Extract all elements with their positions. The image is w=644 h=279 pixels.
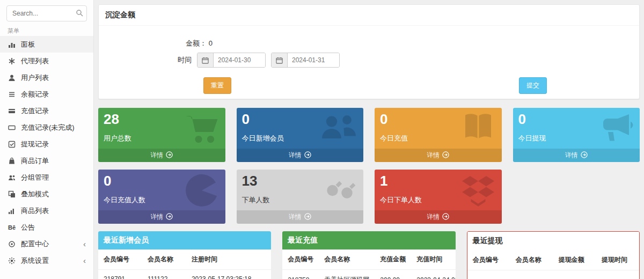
sidebar-item-withdraw-records[interactable]: 提现记录 xyxy=(0,136,93,152)
circle-arrow-icon xyxy=(304,151,311,160)
sidebar-item-announcement[interactable]: Bē 公告 xyxy=(0,219,93,236)
amount-row: 金额： 0 xyxy=(186,39,213,48)
empty-grid-cell xyxy=(513,170,640,224)
column-header: 会员编号 xyxy=(282,249,319,270)
panel-title: 最近新增会员 xyxy=(98,231,271,249)
table-cell: 111122 xyxy=(142,270,186,279)
sidebar-item-label: 商品订单 xyxy=(21,156,86,166)
sidebar-item-group-management[interactable]: 分组管理 xyxy=(0,169,93,186)
table-cell: 2023-04-24 02:31:30 xyxy=(411,270,455,279)
date-from-group xyxy=(197,53,266,68)
sidebar-item-label: 系统设置 xyxy=(21,256,78,266)
column-header: 会员编号 xyxy=(467,250,510,270)
reset-button[interactable]: 重置 xyxy=(203,77,231,94)
detail-link[interactable]: 详情 xyxy=(98,210,225,224)
stat-value: 0 xyxy=(380,112,496,128)
column-header: 充值时间 xyxy=(411,249,455,270)
table-cell: 218791 xyxy=(98,270,142,279)
stat-card-recharge-today: 0 今日充值 详情 xyxy=(375,108,502,162)
detail-link[interactable]: 详情 xyxy=(237,210,364,224)
stat-label: 今日提现 xyxy=(518,134,635,143)
detail-link[interactable]: 详情 xyxy=(375,149,502,162)
sidebar-item-balance-records[interactable]: 余额记录 xyxy=(0,86,93,102)
sidebar-item-label: 提现记录 xyxy=(21,140,86,149)
circle-arrow-icon xyxy=(442,151,449,160)
table-header-row: 会员编号 会员名称 注册时间 xyxy=(98,249,271,270)
date-to-group xyxy=(271,53,340,68)
sidebar-item-config-center[interactable]: 配置中心 ‹ xyxy=(0,236,93,252)
table-cell: 天美社区源码网 xyxy=(319,270,375,279)
calendar-icon[interactable] xyxy=(197,53,214,67)
stat-label: 今日下单人数 xyxy=(380,195,496,205)
panel-title: 最近提现 xyxy=(467,232,639,250)
asterisk-icon xyxy=(8,57,16,65)
panel-recent-members: 最近新增会员 会员编号 会员名称 注册时间 218791 111122 2023… xyxy=(98,231,271,279)
sidebar-item-product-list[interactable]: 商品列表 xyxy=(0,202,93,219)
stat-value: 28 xyxy=(104,112,220,128)
stat-label: 今日充值人数 xyxy=(104,195,220,205)
table-cell: 200.00 xyxy=(375,270,411,279)
sidebar-item-recharge-records[interactable]: 充值记录 xyxy=(0,102,93,119)
stat-card-body: 0 今日充值 xyxy=(375,108,502,149)
stat-value: 0 xyxy=(104,173,220,189)
table-row: 218758 天美社区源码网 200.00 2023-04-24 02:31:3… xyxy=(282,270,455,279)
column-header: 注册时间 xyxy=(186,249,271,270)
stat-value: 1 xyxy=(380,173,496,189)
signal-bars-icon xyxy=(8,207,16,215)
circle-arrow-icon xyxy=(304,213,311,222)
stat-label: 下单人数 xyxy=(242,195,358,205)
sidebar-item-label: 配置中心 xyxy=(21,239,78,249)
recent-withdraw-table: 会员编号 会员名称 提现金额 提现时间 xyxy=(467,250,639,270)
circle-arrow-icon xyxy=(442,213,449,222)
sidebar-item-label: 分组管理 xyxy=(21,173,86,182)
time-label: 时间 xyxy=(178,55,192,65)
time-row: 时间 xyxy=(178,53,340,68)
column-header: 会员编号 xyxy=(98,249,142,270)
stat-value: 0 xyxy=(518,112,635,128)
sidebar-item-label: 公告 xyxy=(21,223,86,232)
sidebar-item-panel[interactable]: 面板 xyxy=(0,36,93,53)
menu-section-label: 菜单 xyxy=(8,27,86,35)
stat-card-body: 0 今日提现 xyxy=(513,108,640,149)
sidebar-item-label: 充值记录(未完成) xyxy=(21,123,86,133)
column-header: 会员名称 xyxy=(319,249,375,270)
gear-icon xyxy=(8,257,16,265)
layers-icon xyxy=(8,190,16,198)
panel-title: 最近充值 xyxy=(282,231,455,249)
date-to-input[interactable] xyxy=(288,53,339,67)
sidebar-item-user-list[interactable]: 用户列表 xyxy=(0,69,93,86)
stat-label: 用户总数 xyxy=(104,134,220,143)
sidebar-item-agent-list[interactable]: 代理列表 xyxy=(0,53,93,69)
card-outline-icon xyxy=(8,124,16,131)
detail-link[interactable]: 详情 xyxy=(237,149,364,162)
stat-card-body: 0 今日充值人数 xyxy=(98,170,225,210)
sidebar-item-system-settings[interactable]: 系统设置 ‹ xyxy=(0,252,93,269)
table-header-row: 会员编号 会员名称 充值金额 充值时间 xyxy=(282,249,455,270)
sidebar-item-overlay-mode[interactable]: 叠加模式 xyxy=(0,186,93,202)
chevron-left-icon: ‹ xyxy=(83,256,86,265)
amount-value: 0 xyxy=(209,39,213,47)
detail-link[interactable]: 详情 xyxy=(513,149,640,162)
behance-icon: Bē xyxy=(8,224,16,231)
sidebar-item-label: 商品列表 xyxy=(21,206,86,216)
detail-label: 详情 xyxy=(289,212,302,222)
sidebar-item-product-orders[interactable]: 商品订单 xyxy=(0,152,93,169)
sidebar-item-label: 叠加模式 xyxy=(21,189,86,199)
users-group-icon xyxy=(8,174,16,181)
sidebar-item-recharge-records-incomplete[interactable]: 充值记录(未完成) xyxy=(0,119,93,136)
submit-button[interactable]: 提交 xyxy=(519,77,547,94)
detail-link[interactable]: 详情 xyxy=(98,149,225,162)
filter-form: 金额： 0 时间 重置 提交 xyxy=(99,26,639,99)
panel-recent-withdraw: 最近提现 会员编号 会员名称 提现金额 提现时间 xyxy=(467,231,640,279)
search-button[interactable] xyxy=(74,8,85,20)
recent-members-table: 会员编号 会员名称 注册时间 218791 111122 2023-05-17 … xyxy=(98,249,271,279)
sidebar-item-label: 代理列表 xyxy=(21,56,86,66)
calendar-icon[interactable] xyxy=(272,53,288,67)
stat-card-total-users: 28 用户总数 详情 xyxy=(98,108,225,162)
check-square-icon xyxy=(8,141,16,148)
sidebar-item-label: 充值记录 xyxy=(21,106,86,116)
stat-card-order-users: 13 下单人数 详情 xyxy=(237,170,364,224)
date-from-input[interactable] xyxy=(214,53,265,67)
stat-value: 13 xyxy=(242,173,358,189)
detail-link[interactable]: 详情 xyxy=(375,210,502,224)
